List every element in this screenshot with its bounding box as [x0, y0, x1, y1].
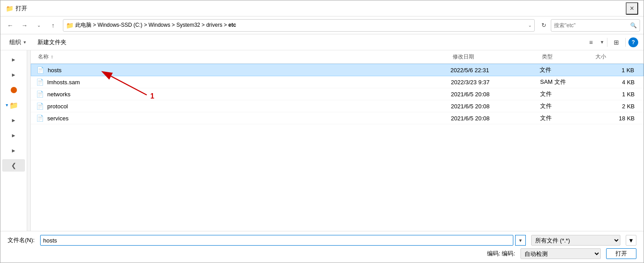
sidebar-item-3[interactable]: [2, 83, 25, 97]
file-row-hosts[interactable]: 📄 hosts 2022/5/6 22:31 文件 1 KB: [31, 64, 644, 76]
file-name-networks: networks: [47, 91, 70, 98]
encoding-select[interactable]: 自动检测: [520, 248, 601, 259]
filename-input[interactable]: [40, 235, 513, 246]
organize-button[interactable]: 组织 ▼: [6, 37, 30, 48]
col-header-name[interactable]: 名称 ⇧: [36, 52, 451, 62]
sidebar-item-5[interactable]: ►: [2, 113, 25, 127]
column-headers: 名称 ⇧ 修改日期 类型 大小: [31, 50, 644, 64]
new-folder-label: 新建文件夹: [37, 38, 66, 46]
open-button[interactable]: 打开: [606, 248, 636, 259]
sort-arrow: ⇧: [50, 55, 54, 59]
file-size-networks: 1 KB: [594, 91, 638, 98]
file-name-hosts: hosts: [48, 67, 62, 74]
organize-dropdown-icon: ▼: [23, 40, 27, 45]
file-icon-lmhosts: 📄: [36, 78, 44, 86]
sidebar-arrow-1: ►: [11, 57, 17, 63]
sidebar-arrow-6: ►: [11, 132, 17, 139]
search-icon: 🔍: [630, 22, 637, 29]
file-date-lmhosts: 2022/3/23 9:37: [451, 79, 540, 86]
pane-toggle-button[interactable]: ⊞: [610, 36, 623, 49]
help-button[interactable]: ?: [628, 37, 638, 47]
sidebar: ► ► 📁 ▼ ► ► ► ❮: [0, 50, 27, 231]
file-icon-networks: 📄: [36, 90, 44, 98]
file-area: 名称 ⇧ 修改日期 类型 大小: [31, 50, 644, 231]
address-dropdown-icon: ⌄: [528, 23, 532, 28]
file-date-services: 2021/6/5 20:08: [451, 115, 540, 122]
sidebar-item-2[interactable]: ►: [2, 68, 25, 82]
col-header-size[interactable]: 大小: [594, 52, 638, 62]
dialog-title: 打开: [16, 4, 626, 12]
file-icon-services: 📄: [36, 115, 44, 122]
file-name-protocol: protocol: [47, 103, 68, 110]
file-row-networks[interactable]: 📄 networks 2021/6/5 20:08 文件 1 KB: [31, 88, 644, 100]
file-type-hosts: 文件: [540, 66, 593, 74]
organize-label: 组织: [9, 38, 21, 46]
sidebar-arrow-7: ►: [11, 148, 17, 154]
address-bar[interactable]: 📁 此电脑 > Windows-SSD (C:) > Windows > Sys…: [63, 19, 535, 32]
file-size-lmhosts: 4 KB: [594, 79, 638, 86]
sidebar-arrow-5: ►: [11, 117, 17, 123]
toolbar-divider: [607, 38, 607, 47]
dialog-icon: 📁: [6, 5, 13, 12]
file-type-lmhosts: SAM 文件: [540, 78, 594, 86]
file-type-protocol: 文件: [540, 102, 594, 110]
encoding-label: 编码: 编码:: [487, 250, 515, 258]
filename-label: 文件名(N):: [8, 236, 35, 244]
new-folder-button[interactable]: 新建文件夹: [34, 37, 70, 48]
file-type-services: 文件: [540, 114, 594, 122]
nav-up-button[interactable]: ↑: [47, 19, 59, 32]
col-header-type[interactable]: 类型: [540, 52, 594, 62]
sidebar-item-4[interactable]: 📁 ▼: [2, 98, 25, 112]
sidebar-collapse-icon: ❮: [11, 162, 17, 169]
file-size-services: 18 KB: [594, 115, 638, 122]
nav-forward-button[interactable]: →: [18, 19, 31, 32]
address-path: 此电脑 > Windows-SSD (C:) > Windows > Syste…: [75, 21, 526, 29]
view-menu-button[interactable]: ≡: [585, 36, 597, 49]
close-button[interactable]: ×: [626, 2, 638, 15]
file-list: 📄 hosts 2022/5/6 22:31 文件 1 KB 📄 lmhosts…: [31, 64, 644, 231]
search-bar[interactable]: 🔍: [551, 19, 640, 32]
file-type-networks: 文件: [540, 90, 594, 98]
sidebar-arrow-2: ►: [11, 72, 17, 78]
file-size-hosts: 1 KB: [593, 67, 638, 74]
file-icon-protocol: 📄: [36, 103, 44, 110]
sidebar-item-7[interactable]: ►: [2, 144, 25, 158]
filetype-select[interactable]: 所有文件 (*.*): [531, 235, 620, 246]
sidebar-expanded-icon: 📁: [9, 101, 18, 110]
file-date-protocol: 2021/6/5 20:08: [451, 103, 540, 110]
file-row-protocol[interactable]: 📄 protocol 2021/6/5 20:08 文件 2 KB: [31, 100, 644, 112]
col-header-date[interactable]: 修改日期: [451, 52, 540, 62]
sidebar-item-6[interactable]: ►: [2, 128, 25, 143]
filename-dropdown-button[interactable]: ▼: [515, 235, 526, 246]
left-scrollbar[interactable]: [27, 50, 31, 231]
filetype-dropdown-button[interactable]: ▼: [626, 235, 636, 246]
view-dropdown-icon: ▼: [600, 40, 604, 45]
search-input[interactable]: [554, 22, 628, 29]
refresh-button[interactable]: ↻: [538, 20, 549, 31]
folder-icon: 📁: [66, 22, 74, 29]
file-row-services[interactable]: 📄 services 2021/6/5 20:08 文件 18 KB: [31, 112, 644, 124]
sidebar-expand-caret: ▼: [5, 103, 9, 107]
sidebar-dot: [11, 87, 17, 93]
file-date-networks: 2021/6/5 20:08: [451, 91, 540, 98]
nav-dropdown-button[interactable]: ⌄: [33, 19, 45, 32]
file-icon-hosts: 📄: [37, 66, 44, 74]
file-name-services: services: [47, 115, 69, 122]
file-name-lmhosts: lmhosts.sam: [47, 79, 80, 86]
file-date-hosts: 2022/5/6 22:31: [450, 67, 540, 74]
file-size-protocol: 2 KB: [594, 103, 638, 110]
toolbar-divider-2: [625, 38, 626, 47]
file-row-lmhosts[interactable]: 📄 lmhosts.sam 2022/3/23 9:37 SAM 文件 4 KB: [31, 76, 644, 88]
sidebar-collapse-button[interactable]: ❮: [2, 159, 25, 172]
bottom-bar: 文件名(N): ▼ 所有文件 (*.*) ▼ 编码: 编码: 自动检测 打开: [0, 231, 644, 263]
sidebar-item-1[interactable]: ►: [2, 53, 25, 67]
nav-back-button[interactable]: ←: [4, 19, 17, 32]
